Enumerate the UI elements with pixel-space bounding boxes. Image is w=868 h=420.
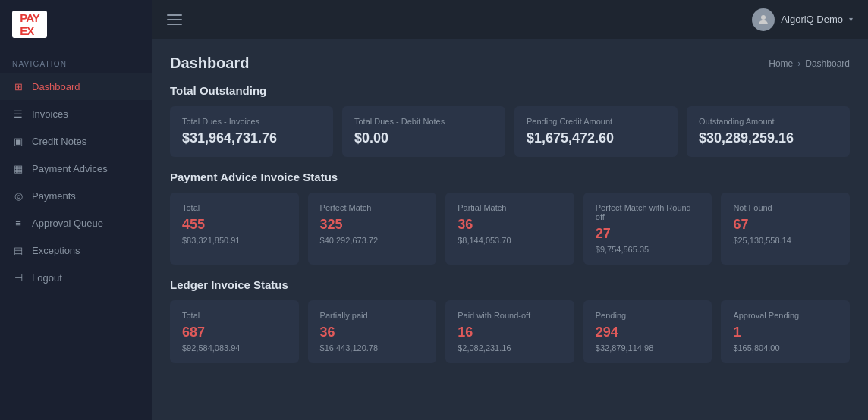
hamburger-button[interactable]: [167, 14, 182, 25]
sidebar-item-label: Logout: [32, 272, 62, 284]
payment-advice-card: Total 455 $83,321,850.91: [170, 193, 299, 265]
nav-label: NAVIGATION: [0, 49, 152, 73]
ledger-invoice-card: Approval Pending 1 $165,804.00: [721, 300, 850, 363]
sidebar-item-logout[interactable]: ⊣ Logout: [0, 264, 152, 291]
card-value: $1,675,472.60: [527, 130, 665, 146]
card-count: 27: [596, 226, 700, 242]
svg-point-0: [761, 15, 766, 20]
content-area: Dashboard Home › Dashboard Total Outstan…: [152, 39, 868, 420]
card-count: 36: [320, 324, 425, 340]
breadcrumb-home[interactable]: Home: [769, 58, 793, 69]
card-label: Not Found: [733, 203, 838, 212]
card-label: Approval Pending: [733, 311, 838, 320]
ledger-invoice-card: Partially paid 36 $16,443,120.78: [308, 300, 437, 363]
card-amount: $165,804.00: [733, 343, 838, 353]
card-amount: $2,082,231.16: [458, 343, 562, 353]
sidebar-item-dashboard[interactable]: ⊞ Dashboard: [0, 73, 152, 100]
sidebar-item-exceptions[interactable]: ▤ Exceptions: [0, 237, 152, 264]
payment-advice-section: Payment Advice Invoice Status Total 455 …: [170, 171, 850, 265]
card-label: Total Dues - Debit Notes: [354, 117, 493, 126]
total-outstanding-title: Total Outstanding: [170, 84, 850, 97]
card-label: Perfect Match with Round off: [596, 203, 700, 221]
card-amount: $83,321,850.91: [182, 236, 287, 245]
credit-notes-icon: ▣: [12, 135, 24, 147]
payment-advice-card: Partial Match 36 $8,144,053.70: [445, 193, 574, 265]
sidebar-item-payments[interactable]: ◎ Payments: [0, 182, 152, 209]
payment-advice-card: Not Found 67 $25,130,558.14: [721, 193, 850, 265]
card-label: Perfect Match: [320, 203, 425, 212]
logout-icon: ⊣: [12, 271, 24, 284]
sidebar-item-label: Dashboard: [32, 81, 80, 92]
card-count: 67: [733, 217, 838, 233]
sidebar-item-label: Payment Advices: [32, 163, 108, 174]
card-value: $0.00: [354, 130, 493, 146]
sidebar-item-label: Invoices: [32, 108, 68, 120]
approval-queue-icon: ≡: [12, 217, 24, 229]
card-count: 455: [182, 217, 287, 233]
payment-advice-card: Perfect Match with Round off 27 $9,754,5…: [583, 193, 712, 265]
card-amount: $40,292,673.72: [320, 236, 425, 245]
page-header: Dashboard Home › Dashboard: [170, 55, 850, 72]
ledger-invoice-cards: Total 687 $92,584,083.94 Partially paid …: [170, 300, 850, 363]
dashboard-icon: ⊞: [12, 80, 24, 92]
exceptions-icon: ▤: [12, 244, 24, 256]
breadcrumb-separator: ›: [797, 58, 800, 69]
payments-icon: ◎: [12, 190, 24, 202]
card-label: Total: [182, 203, 287, 212]
sidebar-item-payment-advices[interactable]: ▦ Payment Advices: [0, 155, 152, 182]
sidebar-item-label: Payments: [32, 190, 76, 202]
ledger-invoice-card: Total 687 $92,584,083.94: [170, 300, 299, 363]
card-label: Pending Credit Amount: [527, 117, 665, 126]
user-menu[interactable]: AlgoriQ Demo ▾: [752, 8, 853, 31]
sidebar-item-approval-queue[interactable]: ≡ Approval Queue: [0, 209, 152, 237]
card-count: 36: [458, 217, 562, 233]
card-label: Partially paid: [320, 311, 425, 320]
sidebar: PAYEX NAVIGATION ⊞ Dashboard ☰ Invoices …: [0, 0, 152, 420]
avatar: [752, 8, 775, 31]
total-outstanding-section: Total Outstanding Total Dues - Invoices …: [170, 84, 850, 157]
sidebar-item-label: Exceptions: [32, 245, 80, 256]
card-count: 1: [733, 324, 838, 340]
card-label: Paid with Round-off: [458, 311, 562, 320]
user-name: AlgoriQ Demo: [781, 14, 843, 25]
card-count: 294: [596, 324, 700, 340]
ledger-invoice-title: Ledger Invoice Status: [170, 278, 850, 291]
ledger-invoice-section: Ledger Invoice Status Total 687 $92,584,…: [170, 278, 850, 363]
ledger-invoice-card: Paid with Round-off 16 $2,082,231.16: [445, 300, 574, 363]
card-count: 325: [320, 217, 425, 233]
card-amount: $32,879,114.98: [596, 343, 700, 353]
logo-area: PAYEX: [0, 0, 152, 49]
sidebar-item-label: Approval Queue: [32, 218, 103, 229]
payment-advice-title: Payment Advice Invoice Status: [170, 171, 850, 183]
card-amount: $25,130,558.14: [733, 236, 838, 245]
card-label: Pending: [596, 311, 700, 320]
outstanding-card: Outstanding Amount $30,289,259.16: [687, 106, 850, 157]
card-count: 16: [458, 324, 562, 340]
card-amount: $9,754,565.35: [596, 245, 700, 254]
outstanding-card: Pending Credit Amount $1,675,472.60: [514, 106, 678, 157]
breadcrumb-current: Dashboard: [805, 58, 850, 69]
payment-advices-icon: ▦: [12, 162, 24, 174]
payment-advice-cards: Total 455 $83,321,850.91 Perfect Match 3…: [170, 193, 850, 265]
page-title: Dashboard: [170, 55, 249, 72]
ledger-invoice-card: Pending 294 $32,879,114.98: [583, 300, 712, 363]
outstanding-card: Total Dues - Debit Notes $0.00: [342, 106, 505, 157]
breadcrumb: Home › Dashboard: [769, 58, 850, 69]
card-label: Total Dues - Invoices: [182, 117, 321, 126]
total-outstanding-cards: Total Dues - Invoices $31,964,731.76 Tot…: [170, 106, 850, 157]
outstanding-card: Total Dues - Invoices $31,964,731.76: [170, 106, 333, 157]
main-panel: AlgoriQ Demo ▾ Dashboard Home › Dashboar…: [152, 0, 868, 420]
card-count: 687: [182, 324, 287, 340]
sidebar-item-credit-notes[interactable]: ▣ Credit Notes: [0, 127, 152, 155]
card-amount: $92,584,083.94: [182, 343, 287, 353]
sidebar-item-label: Credit Notes: [32, 136, 86, 147]
card-amount: $8,144,053.70: [458, 236, 562, 245]
topbar: AlgoriQ Demo ▾: [152, 0, 868, 39]
sidebar-item-invoices[interactable]: ☰ Invoices: [0, 100, 152, 127]
card-label: Partial Match: [458, 203, 562, 212]
card-value: $31,964,731.76: [182, 130, 321, 146]
card-label: Total: [182, 311, 287, 320]
chevron-down-icon: ▾: [849, 15, 853, 24]
card-value: $30,289,259.16: [699, 130, 838, 146]
card-amount: $16,443,120.78: [320, 343, 425, 353]
